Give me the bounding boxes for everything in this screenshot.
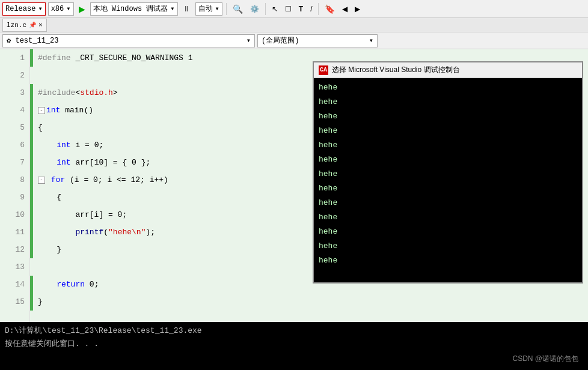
global-scope-label: (全局范围): [262, 35, 299, 46]
console-window[interactable]: CA 选择 Microsoft Visual Studio 调试控制台 hehe…: [313, 61, 583, 284]
settings-button[interactable]: ⚙️: [248, 2, 262, 16]
line-num-4: 4: [0, 102, 29, 119]
bookmark-button[interactable]: 🔖: [322, 2, 337, 16]
console-line-9: hehe: [319, 196, 577, 210]
mode-chevron: ▾: [215, 4, 219, 13]
editor-area: 1 2 3 4 5 6 7 8 9 10 11 12 13 14 15: [0, 49, 588, 370]
global-scope-chevron: ▾: [369, 36, 373, 45]
release-label: Release: [5, 5, 35, 13]
console-press-key: 按任意键关闭此窗口. . .: [5, 338, 583, 351]
watermark: CSDN @诺诺的包包: [512, 352, 578, 365]
toolbar: Release ▾ x86 ▾ ▶ 本地 Windows 调试器 ▾ ⏸ 自动 …: [0, 0, 588, 18]
line-num-15: 15: [0, 293, 29, 311]
line-num-8: 8: [0, 171, 29, 189]
mode-label: 自动: [198, 4, 213, 14]
console-line-11: hehe: [319, 225, 577, 239]
debugger-chevron: ▾: [170, 4, 174, 13]
separator-1: [226, 3, 227, 15]
line-num-13: 13: [0, 258, 29, 276]
collapse-8[interactable]: -: [38, 177, 45, 184]
function-scope-label: ✿ test_11_23: [7, 36, 58, 45]
find-button[interactable]: 🔍: [230, 2, 245, 16]
tab-filename: lzn.c: [7, 22, 26, 29]
console-line-8: hehe: [319, 181, 577, 196]
console-line-1: hehe: [319, 80, 577, 95]
console-line-4: hehe: [319, 124, 577, 138]
debugger-label: 本地 Windows 调试器: [93, 4, 168, 14]
console-line-3: hehe: [319, 109, 577, 124]
box-button[interactable]: ☐: [283, 2, 294, 16]
code-text-1: #define _CRT_SECURE_NO_WARNINGS 1: [38, 53, 192, 62]
line-num-11: 11: [0, 223, 29, 241]
line-num-9: 9: [0, 189, 29, 206]
scopebar: ✿ test_11_23 ▾ (全局范围) ▾: [0, 32, 588, 49]
pause-button[interactable]: ⏸: [180, 2, 193, 16]
line-num-14: 14: [0, 276, 29, 293]
console-line-7: hehe: [319, 167, 577, 181]
console-icon: CA: [319, 65, 328, 75]
text-button[interactable]: T: [296, 2, 305, 16]
line-num-5: 5: [0, 119, 29, 136]
release-dropdown[interactable]: Release ▾: [2, 2, 46, 16]
code-text-3: #include: [38, 88, 75, 97]
line-num-6: 6: [0, 136, 29, 154]
line-num-12: 12: [0, 241, 29, 258]
run-button[interactable]: ▶: [76, 2, 88, 16]
mode-dropdown[interactable]: 自动 ▾: [195, 2, 222, 16]
arch-label: x86: [51, 5, 64, 13]
console-line-6: hehe: [319, 153, 577, 167]
release-chevron: ▾: [38, 4, 42, 13]
line-num-3: 3: [0, 84, 29, 102]
console-line-2: hehe: [319, 95, 577, 109]
console-body: hehe hehe hehe hehe hehe hehe hehe hehe …: [314, 78, 582, 282]
arch-dropdown[interactable]: x86 ▾: [48, 2, 74, 16]
line-num-7: 7: [0, 154, 29, 171]
separator-3: [318, 3, 319, 15]
arch-chevron: ▾: [66, 4, 70, 13]
console-line-12: hehe: [319, 239, 577, 253]
console-line-13: hehe: [319, 253, 577, 268]
bottom-console: D:\计算机\test_11_23\Release\test_11_23.exe…: [0, 322, 588, 370]
collapse-4[interactable]: -: [38, 107, 45, 114]
nav-fwd-button[interactable]: ▶: [352, 2, 363, 16]
code-line-15: }: [38, 293, 588, 311]
line-button[interactable]: /: [308, 2, 314, 16]
function-scope-chevron: ▾: [247, 36, 251, 45]
cursor-button[interactable]: ↖: [269, 2, 280, 16]
console-line-10: hehe: [319, 210, 577, 225]
console-path: D:\计算机\test_11_23\Release\test_11_23.exe: [5, 324, 583, 338]
file-tab[interactable]: lzn.c 📌 ×: [2, 19, 47, 32]
console-line-5: hehe: [319, 138, 577, 153]
line-num-10: 10: [0, 206, 29, 223]
separator-2: [265, 3, 266, 15]
tab-pin[interactable]: 📌: [29, 22, 36, 29]
console-titlebar: CA 选择 Microsoft Visual Studio 调试控制台: [314, 62, 582, 78]
line-num-1: 1: [0, 49, 29, 67]
console-title: 选择 Microsoft Visual Studio 调试控制台: [332, 65, 460, 75]
function-scope-dropdown[interactable]: ✿ test_11_23 ▾: [2, 34, 255, 47]
tabbar: lzn.c 📌 ×: [0, 18, 588, 32]
tab-close[interactable]: ×: [38, 22, 43, 29]
nav-back-button[interactable]: ◀: [340, 2, 350, 16]
global-scope-dropdown[interactable]: (全局范围) ▾: [257, 34, 378, 47]
debugger-dropdown[interactable]: 本地 Windows 调试器 ▾: [90, 2, 178, 16]
line-num-2: 2: [0, 67, 29, 84]
